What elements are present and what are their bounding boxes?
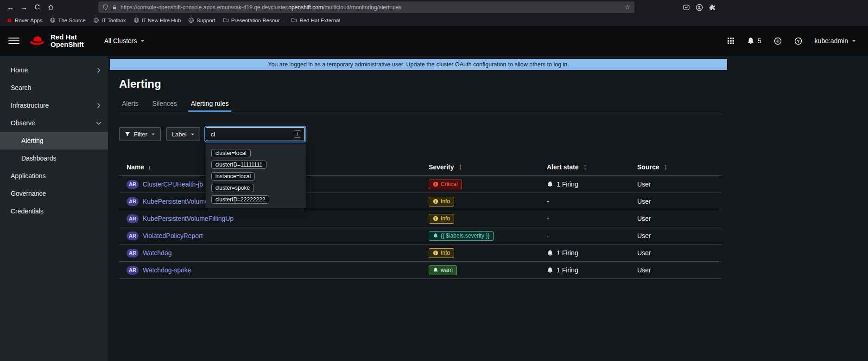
sidebar-item-infrastructure[interactable]: Infrastructure <box>0 97 108 114</box>
pocket-icon[interactable] <box>683 4 690 11</box>
bookmark-it-toolbox[interactable]: IT Toolbox <box>90 16 129 24</box>
rule-link[interactable]: Watchdog-spoke <box>143 266 191 273</box>
extensions-icon[interactable] <box>709 4 716 11</box>
bookmark-label: Rover Apps <box>15 18 42 23</box>
sidebar-item-governance[interactable]: Governance <box>0 185 108 202</box>
page-title: Alerting <box>119 77 722 90</box>
info-circle-icon <box>433 250 438 256</box>
column-header-severity[interactable]: Severity <box>421 161 539 176</box>
browser-chrome: ← → https://console-openshift-console.ap… <box>0 0 868 26</box>
globe-icon <box>188 17 194 23</box>
home-icon[interactable] <box>44 1 57 13</box>
severity-badge: Info <box>429 214 454 224</box>
globe-icon <box>93 17 99 23</box>
tab-alerts[interactable]: Alerts <box>119 98 141 112</box>
bookmark-red-hat-external[interactable]: Red Hat External <box>288 16 343 24</box>
label-dropdown-button[interactable]: Label <box>166 127 200 141</box>
source-cell: User <box>630 210 722 227</box>
bookmark-presentation-resources[interactable]: Presentation Resour... <box>220 16 287 24</box>
sidebar-item-observe[interactable]: Observe <box>0 114 108 132</box>
account-icon[interactable] <box>696 4 703 11</box>
alert-state-cell: 1 Firing <box>547 266 622 274</box>
url-bar[interactable]: https://console-openshift-console.apps.e… <box>98 1 634 13</box>
sidebar: Home Search Infrastructure Observe Alert… <box>0 56 108 361</box>
rule-link[interactable]: ClusterCPUHealth-jb <box>143 180 203 187</box>
app-launcher-icon[interactable] <box>727 37 735 45</box>
banner-text: to allow others to log in. <box>508 61 569 68</box>
rule-link[interactable]: Watchdog <box>143 249 172 256</box>
filter-funnel-icon <box>125 131 130 137</box>
rule-link[interactable]: ViolatedPolicyReport <box>143 232 203 239</box>
tab-silences[interactable]: Silences <box>150 98 180 112</box>
table-row: ARKubePersistentVolumeFillingUp Info - U… <box>119 210 722 227</box>
brand-logo[interactable]: Red Hat OpenShift <box>29 33 84 48</box>
suggestion-item[interactable]: clusterID=11111111 <box>206 159 306 170</box>
bookmark-the-source[interactable]: The Source <box>47 16 88 24</box>
exclamation-circle-icon <box>433 181 438 187</box>
forward-icon[interactable]: → <box>17 1 31 13</box>
bookmark-star-icon[interactable]: ☆ <box>625 4 630 11</box>
notification-count: 5 <box>758 37 761 45</box>
brand-text: Red Hat OpenShift <box>51 33 84 48</box>
source-cell: User <box>630 227 722 245</box>
table-row: ARWatchdog Info 1 Firing User <box>119 245 722 262</box>
sidebar-item-credentials[interactable]: Credentials <box>0 202 108 220</box>
slash-shortcut-hint: / <box>294 130 301 138</box>
alerting-rule-badge: AR <box>127 197 139 206</box>
sidebar-item-home[interactable]: Home <box>0 61 108 79</box>
alert-state-cell: - <box>547 215 622 222</box>
bookmark-label: The Source <box>58 18 85 23</box>
add-icon[interactable] <box>774 37 782 45</box>
reload-icon[interactable] <box>31 1 44 13</box>
bookmark-label: Presentation Resour... <box>231 18 284 23</box>
alert-state-bell-icon <box>547 267 553 273</box>
bookmark-rover-apps[interactable]: Rover Apps <box>4 16 45 24</box>
back-icon[interactable]: ← <box>4 1 17 13</box>
masthead: Red Hat OpenShift All Clusters 5 kube:ad… <box>0 26 868 56</box>
nav-toggle-icon[interactable] <box>8 36 19 46</box>
chevron-right-icon <box>97 67 101 73</box>
user-menu[interactable]: kube:admin <box>815 37 856 45</box>
suggestion-item[interactable]: cluster=spoke <box>206 182 306 193</box>
column-header-alert-state[interactable]: Alert state <box>539 161 630 176</box>
label-search-input[interactable] <box>206 127 305 141</box>
bookmark-label: IT Toolbox <box>101 18 126 23</box>
help-icon[interactable] <box>794 37 802 45</box>
alerting-rule-badge: AR <box>127 249 139 258</box>
sidebar-item-alerting[interactable]: Alerting <box>0 132 108 149</box>
tab-alerting-rules[interactable]: Alerting rules <box>188 98 232 112</box>
bookmark-it-new-hire-hub[interactable]: IT New Hire Hub <box>131 16 184 24</box>
bell-icon <box>433 233 438 239</box>
severity-badge: warn <box>429 265 457 275</box>
info-circle-icon <box>433 216 438 221</box>
globe-icon <box>50 17 56 23</box>
sidebar-item-dashboards[interactable]: Dashboards <box>0 149 108 167</box>
alert-state-cell: - <box>547 198 622 205</box>
bookmark-label: Red Hat External <box>299 18 340 23</box>
column-header-source[interactable]: Source <box>630 161 722 176</box>
suggestion-item[interactable]: clusterID=22222222 <box>206 193 306 205</box>
name-cell: ARWatchdog-spoke <box>119 262 421 279</box>
suggestion-item[interactable]: cluster=local <box>206 147 306 159</box>
chevron-down-icon <box>190 132 195 136</box>
oauth-configuration-link[interactable]: cluster OAuth configuration <box>437 61 507 68</box>
suggestion-item[interactable]: instance=local <box>206 170 306 182</box>
notifications-button[interactable]: 5 <box>747 37 761 45</box>
filter-dropdown-button[interactable]: Filter <box>119 127 161 141</box>
tracking-shield-icon[interactable] <box>102 4 108 10</box>
severity-badge: Critical <box>429 180 462 189</box>
sidebar-item-applications[interactable]: Applications <box>0 167 108 185</box>
rule-link[interactable]: KubePersistentVolumeFillingUp <box>143 214 234 222</box>
banner-text: You are logged in as a temporary adminis… <box>268 61 434 68</box>
severity-badge: {{ $labels.severity }} <box>429 231 494 241</box>
browser-toolbar: ← → https://console-openshift-console.ap… <box>0 0 868 14</box>
bookmark-support[interactable]: Support <box>185 16 218 24</box>
source-cell: User <box>630 176 722 193</box>
name-cell: ARViolatedPolicyReport <box>119 227 421 245</box>
alert-state-cell: 1 Firing <box>547 180 622 188</box>
url-text: https://console-openshift-console.apps.e… <box>120 4 401 11</box>
alert-state-cell: 1 Firing <box>547 249 622 257</box>
chevron-down-icon <box>140 39 145 43</box>
cluster-selector[interactable]: All Clusters <box>104 37 145 45</box>
sidebar-item-search[interactable]: Search <box>0 79 108 97</box>
